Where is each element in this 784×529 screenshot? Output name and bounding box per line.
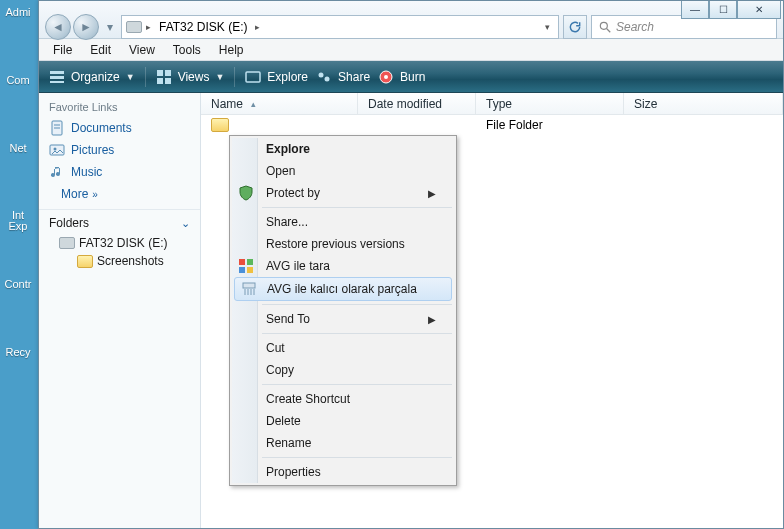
tree-node-drive[interactable]: FAT32 DISK (E:) xyxy=(39,234,200,252)
context-menu-item[interactable]: Restore previous versions xyxy=(232,233,454,255)
context-menu-label: Send To xyxy=(266,312,310,326)
context-menu-item[interactable]: Share... xyxy=(232,211,454,233)
breadcrumb-segment[interactable]: FAT32 DISK (E:) xyxy=(155,20,251,34)
context-menu-item[interactable]: Properties xyxy=(232,461,454,483)
music-icon xyxy=(49,164,65,180)
explore-icon xyxy=(245,69,261,85)
menu-edit[interactable]: Edit xyxy=(82,41,119,59)
context-menu-item[interactable]: AVG ile tara xyxy=(232,255,454,277)
chevron-right-icon: ▶ xyxy=(428,314,436,325)
navigation-pane: Favorite Links Documents Pictures Music … xyxy=(39,93,201,528)
menu-tools[interactable]: Tools xyxy=(165,41,209,59)
burn-button[interactable]: Burn xyxy=(378,69,425,85)
context-menu-item[interactable]: Rename xyxy=(232,432,454,454)
sidebar-link-documents[interactable]: Documents xyxy=(39,117,200,139)
svg-rect-5 xyxy=(157,70,163,76)
avg-icon xyxy=(238,258,254,274)
context-menu-item[interactable]: Copy xyxy=(232,359,454,381)
column-header-type[interactable]: Type xyxy=(476,93,624,114)
desktop-icon[interactable]: Admi xyxy=(0,6,36,18)
svg-point-11 xyxy=(325,76,330,81)
desktop-icon[interactable]: IntExp xyxy=(0,210,36,232)
svg-rect-23 xyxy=(243,283,255,288)
documents-icon xyxy=(49,120,65,136)
command-bar: Organize ▼ Views ▼ Explore Share Burn xyxy=(39,61,783,93)
svg-rect-7 xyxy=(157,78,163,84)
svg-rect-22 xyxy=(247,267,253,273)
svg-rect-4 xyxy=(50,81,64,83)
desktop-icon[interactable]: Net xyxy=(0,142,36,154)
menu-help[interactable]: Help xyxy=(211,41,252,59)
svg-point-13 xyxy=(384,75,388,79)
breadcrumb[interactable]: ▸ FAT32 DISK (E:) ▸ ▾ xyxy=(121,15,559,39)
breadcrumb-dropdown[interactable]: ▾ xyxy=(541,22,554,32)
context-menu-item[interactable]: AVG ile kalıcı olarak parçala xyxy=(234,277,452,301)
context-menu-item[interactable]: Explore xyxy=(232,138,454,160)
search-placeholder: Search xyxy=(616,20,654,34)
svg-rect-6 xyxy=(165,70,171,76)
context-menu-label: Protect by xyxy=(266,186,320,200)
chevron-down-icon: ⌄ xyxy=(181,217,190,230)
views-button[interactable]: Views ▼ xyxy=(156,69,225,85)
search-icon xyxy=(598,20,612,34)
context-menu-item[interactable]: Open xyxy=(232,160,454,182)
column-header-name[interactable]: Name xyxy=(201,93,358,114)
column-header-size[interactable]: Size xyxy=(624,93,783,114)
desktop-icon[interactable]: Com xyxy=(0,74,36,86)
context-menu-label: Copy xyxy=(266,363,294,377)
menu-view[interactable]: View xyxy=(121,41,163,59)
close-button[interactable]: ✕ xyxy=(737,1,781,19)
table-row[interactable]: File Folder xyxy=(201,115,783,135)
context-menu-label: Delete xyxy=(266,414,301,428)
desktop-icon[interactable]: Contr xyxy=(0,278,36,290)
context-menu-separator xyxy=(262,304,452,305)
svg-point-18 xyxy=(54,148,57,151)
svg-rect-2 xyxy=(50,71,64,74)
maximize-button[interactable]: ☐ xyxy=(709,1,737,19)
shield-icon xyxy=(238,185,254,201)
context-menu-item[interactable]: Cut xyxy=(232,337,454,359)
folders-heading[interactable]: Folders ⌄ xyxy=(39,209,200,234)
context-menu-item[interactable]: Create Shortcut xyxy=(232,388,454,410)
folder-icon xyxy=(77,255,93,268)
sidebar-link-music[interactable]: Music xyxy=(39,161,200,183)
context-menu-item[interactable]: Protect by▶ xyxy=(232,182,454,204)
share-button[interactable]: Share xyxy=(316,69,370,85)
context-menu-label: Open xyxy=(266,164,295,178)
context-menu-label: Create Shortcut xyxy=(266,392,350,406)
drive-icon xyxy=(126,21,142,33)
chevron-down-icon: ▼ xyxy=(215,72,224,82)
svg-rect-9 xyxy=(246,72,260,82)
nav-back-button[interactable]: ◄ xyxy=(45,14,71,40)
context-menu-label: Cut xyxy=(266,341,285,355)
nav-forward-button[interactable]: ► xyxy=(73,14,99,40)
context-menu-label: Restore previous versions xyxy=(266,237,405,251)
context-menu-item[interactable]: Send To▶ xyxy=(232,308,454,330)
svg-point-0 xyxy=(600,22,607,29)
context-menu-separator xyxy=(262,207,452,208)
tree-node-folder[interactable]: Screenshots xyxy=(39,252,200,270)
column-header-date[interactable]: Date modified xyxy=(358,93,476,114)
organize-button[interactable]: Organize ▼ xyxy=(49,69,135,85)
sidebar-link-pictures[interactable]: Pictures xyxy=(39,139,200,161)
context-menu-item[interactable]: Delete xyxy=(232,410,454,432)
menubar: File Edit View Tools Help xyxy=(39,39,783,61)
svg-rect-3 xyxy=(50,76,64,79)
context-menu-label: AVG ile tara xyxy=(266,259,330,273)
svg-rect-21 xyxy=(239,267,245,273)
context-menu-separator xyxy=(262,384,452,385)
menu-file[interactable]: File xyxy=(45,41,80,59)
minimize-button[interactable]: — xyxy=(681,1,709,19)
pictures-icon xyxy=(49,142,65,158)
svg-point-10 xyxy=(319,72,324,77)
chevron-right-icon: ▶ xyxy=(428,188,436,199)
favorite-links-heading: Favorite Links xyxy=(39,93,200,117)
desktop-icon[interactable]: Recy xyxy=(0,346,36,358)
refresh-button[interactable] xyxy=(563,15,587,39)
svg-rect-8 xyxy=(165,78,171,84)
column-headers: Name Date modified Type Size xyxy=(201,93,783,115)
nav-history-dropdown[interactable]: ▾ xyxy=(103,14,117,40)
sidebar-more[interactable]: More » xyxy=(39,183,200,205)
explore-button[interactable]: Explore xyxy=(245,69,308,85)
folder-icon xyxy=(211,118,229,132)
